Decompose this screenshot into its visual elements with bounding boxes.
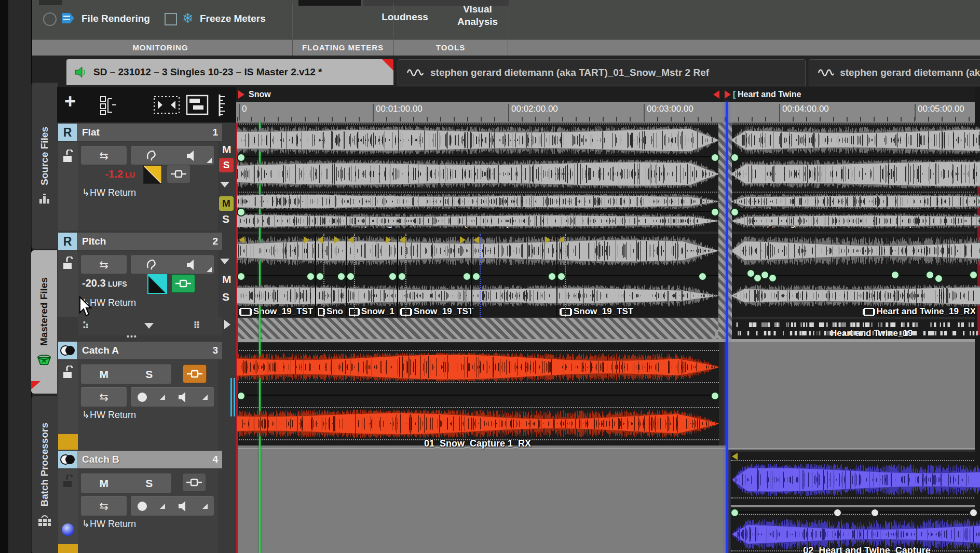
pitch-clip-boundary[interactable] [397, 234, 398, 317]
wave-heart-wish-R[interactable] [731, 213, 980, 229]
envelope-point[interactable] [925, 271, 934, 279]
envelope-line[interactable] [237, 395, 719, 396]
clip-snow-wish-label[interactable]: stephen gerard dietemann (aka TART)_01_A… [351, 219, 614, 229]
track1-solo-button[interactable]: S [219, 158, 234, 172]
wave-pitch-heart-L[interactable] [731, 235, 980, 266]
track1-fold-button[interactable] [220, 182, 229, 187]
wave-heart-wish-L[interactable] [731, 193, 980, 210]
file-rendering-radio[interactable] [43, 12, 57, 26]
heart-tick-lane[interactable] [731, 319, 980, 339]
envelope-line[interactable] [731, 156, 980, 157]
yellow-marker-right-icon[interactable] [460, 236, 466, 244]
envelope-point[interactable] [934, 274, 943, 283]
layout-icon[interactable] [186, 95, 209, 115]
capture-heart-label[interactable]: 02_Heart and Twine_Capture [803, 545, 931, 553]
pitch-clip-label-0[interactable]: Snow_19_TST [253, 306, 313, 317]
track2-solo-button[interactable]: S [222, 291, 229, 303]
track4-mute-button[interactable]: M [100, 477, 109, 490]
add-track-button[interactable]: + [64, 90, 76, 113]
track4-record-monitor-group[interactable] [131, 496, 214, 516]
wave-capture-snow-L[interactable] [237, 352, 719, 382]
pitch-clip-label-3[interactable]: Snow_19_TST [414, 306, 473, 317]
envelope-line[interactable] [731, 275, 980, 276]
track-routing-icon[interactable] [99, 95, 119, 115]
track2-fader-icon[interactable] [147, 274, 167, 294]
yellow-marker-left-icon[interactable] [348, 236, 353, 244]
clip-heart-wish[interactable] [731, 192, 980, 232]
wave-capture-snow-R[interactable] [237, 409, 719, 439]
envelope-point[interactable] [237, 272, 246, 281]
track3-capture-badge[interactable] [58, 342, 77, 359]
track1-fader-icon[interactable] [143, 165, 162, 184]
clip-heart-master-label[interactable]: Heart and Twine_19 [831, 165, 913, 175]
pitch-clip-label-1[interactable]: Sno [326, 306, 343, 317]
track4-header[interactable]: Catch B 4 [77, 451, 222, 468]
envelope-point[interactable] [472, 272, 481, 281]
lane-track3-empty[interactable] [728, 341, 980, 450]
envelope-point[interactable] [398, 272, 406, 281]
sidebar-tab-source-files[interactable]: Source Files [31, 82, 58, 249]
track1-hw-return[interactable]: ↳HW Return [82, 187, 136, 198]
pitch-clip-boundary[interactable] [346, 234, 347, 317]
divider-dots[interactable]: ••• [127, 332, 138, 341]
pitch-clip-label-2[interactable]: Snow_1 [361, 306, 394, 317]
track3-color-chip[interactable] [58, 434, 78, 450]
wave-snow-wish-R[interactable] [237, 213, 719, 229]
tab-montage[interactable]: SD – 231012 – 3 Singles 10-23 – IS Maste… [66, 59, 393, 85]
wave-heart-master-R[interactable] [731, 159, 980, 189]
yellow-marker-left-icon[interactable] [559, 236, 564, 244]
track3-mute-button[interactable]: M [100, 368, 109, 381]
track1-inspector-button[interactable] [167, 165, 190, 183]
track4-hw-return[interactable]: ↳HW Return [82, 518, 136, 530]
clip-capture-snow[interactable] [237, 343, 719, 446]
envelope-point-white[interactable] [833, 508, 842, 517]
wave-snow-master-R[interactable] [237, 159, 719, 189]
envelope-line[interactable] [237, 156, 719, 157]
track3-scrollbar[interactable] [234, 378, 235, 416]
envelope-line[interactable] [237, 211, 719, 212]
track2-header[interactable]: Pitch 2 [77, 233, 222, 250]
track4-solo-button[interactable]: S [145, 477, 153, 490]
clip-pitch-heart[interactable] [731, 234, 980, 317]
track-collapse-button[interactable] [144, 323, 154, 329]
yellow-marker-right-icon[interactable] [304, 236, 309, 244]
envelope-point[interactable] [557, 272, 566, 281]
clip-heart-wish-label[interactable]: stephen gerard dietemann (aka TART)_01_A [754, 219, 938, 229]
time-ruler[interactable]: 000:01:00.0000:02:00.0000:03:00.0000:04:… [236, 102, 980, 124]
track1-mute-button[interactable]: M [222, 143, 232, 156]
ruler-icon[interactable] [215, 93, 229, 117]
envelope-point[interactable] [760, 271, 769, 279]
track4-capture-badge[interactable] [58, 451, 77, 468]
track4-inspector-button[interactable] [183, 474, 206, 491]
envelope-point[interactable] [730, 508, 739, 517]
yellow-marker-right-icon[interactable] [334, 236, 340, 244]
edit-cursor-line[interactable] [726, 102, 728, 553]
clip-capture-heart[interactable] [731, 452, 980, 553]
lock-open-icon[interactable] [62, 257, 74, 270]
clip-heart-master[interactable] [731, 124, 980, 193]
envelope-point[interactable] [711, 208, 719, 217]
yellow-marker-left-icon[interactable] [473, 236, 479, 244]
playhead-green-line[interactable] [259, 123, 261, 553]
envelope-line[interactable] [732, 511, 980, 512]
track3-hw-return[interactable]: ↳HW Return [82, 409, 136, 421]
marquee-select-icon[interactable] [153, 95, 180, 115]
sidebar-tab-batch-processors[interactable]: Batch Processors [31, 396, 58, 553]
envelope-point[interactable] [237, 153, 246, 162]
envelope-point[interactable] [746, 269, 755, 278]
envelope-point[interactable] [337, 272, 346, 281]
pitch-clip-label-4[interactable]: Snow_19_TST [574, 306, 633, 317]
marker-snow-icon[interactable] [238, 90, 244, 99]
yellow-marker-right-icon[interactable] [386, 236, 391, 244]
clip-pitch-region[interactable] [237, 234, 719, 317]
track2-mute-button[interactable]: M [222, 273, 232, 286]
loudness-button[interactable]: Loudness [382, 11, 428, 23]
envelope-point[interactable] [753, 274, 762, 282]
marker-heart-icon[interactable] [725, 90, 731, 99]
track1-monitor-solo-button[interactable]: S [222, 213, 229, 225]
marker-end-icon[interactable] [713, 90, 719, 99]
track2-fold-button[interactable] [220, 259, 229, 264]
wave-capture-heart-R[interactable] [732, 518, 980, 551]
freeze-meters-label[interactable]: Freeze Meters [200, 13, 266, 24]
envelope-line[interactable] [237, 275, 719, 276]
